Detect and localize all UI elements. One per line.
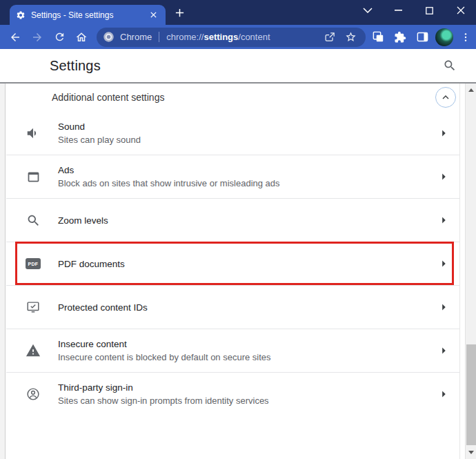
list-item-third-party-sign-in[interactable]: Third-party sign-in Sites can show sign-…	[6, 372, 460, 416]
list-item-ads[interactable]: Ads Block ads on sites that show intrusi…	[6, 155, 460, 198]
page-title: Settings	[50, 58, 101, 74]
item-title: Ads	[58, 165, 280, 175]
item-subtitle: Sites can play sound	[58, 135, 141, 145]
section-header-additional-content: Additional content settings	[6, 84, 460, 111]
item-title: Zoom levels	[58, 215, 108, 226]
ads-icon	[25, 168, 41, 185]
chevron-right-icon	[435, 212, 452, 228]
scroll-down-icon[interactable]	[466, 447, 476, 458]
chevron-right-icon	[435, 299, 452, 315]
profile-avatar[interactable]	[435, 28, 453, 46]
maximize-button[interactable]	[414, 0, 445, 21]
item-subtitle: Block ads on sites that show intrusive o…	[58, 178, 280, 188]
list-item-pdf-documents[interactable]: PDF PDF documents	[6, 242, 460, 285]
list-item-zoom-levels[interactable]: Zoom levels	[6, 198, 460, 242]
hamburger-menu-icon[interactable]	[17, 61, 31, 70]
scroll-up-icon[interactable]	[466, 85, 476, 95]
warning-icon	[25, 342, 41, 359]
chevron-right-icon	[435, 168, 452, 185]
item-title: Protected content IDs	[58, 302, 148, 313]
zoom-levels-icon	[25, 212, 41, 228]
chevron-right-icon	[435, 255, 452, 272]
list-item-protected-content[interactable]: Protected content IDs	[6, 285, 460, 329]
browser-window: Settings - Site settings	[0, 0, 476, 459]
section-label: Additional content settings	[52, 92, 164, 103]
side-panel-icon[interactable]	[413, 28, 432, 47]
omnibox-divider	[159, 32, 159, 42]
chevron-right-icon	[435, 386, 452, 402]
chrome-logo-icon	[103, 31, 115, 43]
window-chevron-icon[interactable]	[352, 0, 383, 21]
list-item-sound[interactable]: Sound Sites can play sound	[6, 111, 460, 155]
card-left-edge	[0, 84, 6, 459]
back-icon[interactable]	[6, 28, 25, 47]
browser-menu-icon[interactable]	[456, 28, 475, 47]
share-icon[interactable]	[321, 29, 338, 46]
chevron-right-icon	[435, 342, 452, 359]
reload-icon[interactable]	[50, 28, 69, 47]
scrollbar-thumb[interactable]	[466, 344, 476, 445]
browser-tab[interactable]: Settings - Site settings	[10, 5, 166, 25]
site-settings-list: Additional content settings Sound Sites …	[6, 84, 460, 416]
url-text[interactable]: chrome://settings/content	[166, 32, 270, 42]
bookmark-star-icon[interactable]	[342, 29, 359, 46]
person-icon	[25, 386, 41, 402]
home-icon[interactable]	[72, 28, 91, 47]
tab-strip: Settings - Site settings	[0, 0, 476, 25]
item-subtitle: Sites can show sign-in prompts from iden…	[58, 395, 269, 406]
gear-icon	[16, 10, 26, 20]
settings-header: Settings	[0, 49, 476, 84]
screenshot-extension-icon[interactable]	[368, 28, 388, 47]
item-title: Insecure content	[58, 339, 271, 349]
settings-content: Additional content settings Sound Sites …	[0, 84, 476, 459]
extensions-puzzle-icon[interactable]	[390, 28, 410, 47]
item-subtitle: Insecure content is blocked by default o…	[58, 352, 271, 362]
tab-close-icon[interactable]	[147, 9, 159, 21]
item-title: Third-party sign-in	[58, 382, 269, 393]
search-icon[interactable]	[442, 57, 458, 74]
new-tab-button[interactable]	[170, 3, 189, 22]
protected-content-icon	[25, 299, 41, 315]
site-label: Chrome	[120, 32, 152, 42]
item-title: PDF documents	[58, 259, 125, 269]
minimize-button[interactable]	[383, 0, 414, 21]
list-item-insecure-content[interactable]: Insecure content Insecure content is blo…	[6, 329, 460, 372]
browser-toolbar: Chrome chrome://settings/content	[0, 25, 476, 49]
address-bar[interactable]: Chrome chrome://settings/content	[97, 28, 366, 47]
close-window-button[interactable]	[445, 0, 476, 21]
scrollbar[interactable]	[465, 84, 476, 459]
item-title: Sound	[58, 121, 141, 132]
pdf-icon: PDF	[25, 255, 41, 272]
tab-title: Settings - Site settings	[31, 10, 147, 20]
collapse-section-button[interactable]	[435, 87, 456, 108]
volume-icon	[25, 125, 41, 141]
chevron-right-icon	[435, 125, 452, 141]
forward-icon[interactable]	[28, 28, 47, 47]
